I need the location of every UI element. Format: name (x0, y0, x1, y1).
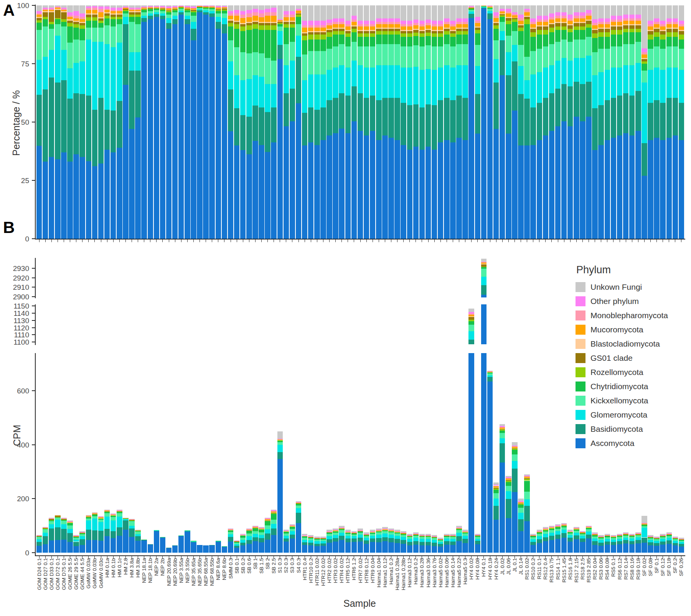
panel-a-bar-segment (493, 129, 499, 239)
panel-a-bar-segment (450, 68, 455, 101)
panel-a-x-tick (45, 239, 46, 242)
panel-a-bar-segment (500, 14, 505, 15)
panel-b-bar-segment (642, 528, 647, 537)
panel-b-bar-segment (456, 526, 462, 527)
panel-b-bar-segment (104, 511, 110, 512)
panel-a-bar-segment (209, 9, 214, 11)
panel-a-bar-segment (623, 25, 628, 29)
panel-a-bar-segment (660, 24, 665, 26)
panel-b-bar-segment (635, 540, 641, 543)
panel-b-bar-segment (191, 541, 196, 542)
panel-b-bar-segment (543, 537, 548, 542)
panel-a-bar-segment (673, 29, 678, 32)
panel-a-bar-segment (172, 10, 178, 12)
panel-a-bar-segment (481, 6, 487, 7)
sample-x-label: HY4 0.1 (481, 557, 487, 615)
panel-a-bar-segment (370, 31, 375, 33)
panel-b-bar-segment (320, 538, 326, 538)
panel-b-bar-segment (500, 429, 505, 429)
panel-a-bar-segment (370, 30, 375, 31)
panel-b-bar-segment (611, 537, 616, 538)
panel-a-bar-segment (358, 33, 363, 37)
panel-a-bar-segment (549, 17, 554, 20)
panel-a-bar-segment (333, 29, 338, 31)
panel-a-bar-segment (61, 152, 66, 239)
panel-b-bar-segment (135, 531, 140, 531)
panel-b-bar-segment (228, 532, 233, 534)
panel-a-bar-segment (549, 44, 554, 65)
panel-b-bar-segment (512, 449, 517, 450)
panel-b-bar-segment (679, 542, 684, 544)
panel-a-bar-segment (413, 5, 419, 20)
panel-b-bar-segment (49, 528, 54, 540)
panel-b-bar-segment (271, 513, 276, 513)
panel-b-bar-segment (314, 541, 320, 543)
panel-b-bar-segment (580, 542, 585, 553)
panel-a-bar-segment (327, 100, 332, 135)
panel-a-bar-segment (271, 142, 276, 239)
panel-a-bar-segment (635, 42, 641, 63)
panel-a-bar-segment (252, 24, 258, 29)
panel-b-bar-segment (370, 532, 375, 533)
sample-x-label-text: Haima1 0.12 (382, 558, 388, 588)
panel-a-bar-segment (401, 26, 406, 30)
panel-b-bar-segment (370, 531, 375, 532)
panel-a-bar-segment (598, 32, 604, 37)
panel-a-bar-segment (314, 74, 320, 110)
panel-a-bar-segment (123, 85, 128, 239)
panel-b-bar-segment (277, 431, 283, 439)
sample-x-label: GOM D75 0.1 (61, 557, 67, 615)
panel-a-bar-segment (407, 37, 412, 46)
panel-a-bar-segment (506, 18, 511, 20)
panel-a-bar-segment (228, 5, 233, 11)
panel-a-bar-segment (468, 6, 474, 7)
panel-a-bar-segment (394, 5, 400, 18)
panel-a-bar-segment (648, 21, 653, 24)
sample-x-label-text: Haima1 0.28a (394, 558, 400, 590)
panel-a-bar-segment (216, 9, 221, 9)
panel-a-bar-segment (110, 10, 116, 11)
sample-x-label-text: GOM D24 0.1 (36, 558, 42, 590)
panel-a-bar-segment (413, 23, 419, 25)
panel-a-bar-segment (234, 22, 239, 24)
panel-b-bar-segment (234, 546, 239, 548)
panel-a-x-tick (144, 239, 144, 242)
panel-b-bar-segment (67, 522, 73, 522)
panel-a-bar-segment (98, 17, 104, 18)
panel-a-bar-segment (555, 22, 561, 23)
panel-b-bar-segment (92, 519, 97, 530)
panel-a-bar-segment (493, 83, 499, 129)
panel-b-y-tick-label: 1130 (5, 317, 29, 324)
panel-b-bar-segment (623, 533, 628, 533)
panel-b-bar-segment (290, 525, 295, 526)
panel-b-bar-segment (382, 530, 388, 532)
legend-item: Unkown Fungi (576, 282, 687, 292)
panel-a-x-tick (150, 239, 150, 242)
panel-a-bar-segment (339, 129, 344, 239)
panel-b-bar-segment (358, 542, 363, 553)
panel-a-bar-segment (191, 11, 196, 12)
panel-a-bar-segment (401, 68, 406, 103)
panel-b-bar-segment (228, 530, 233, 530)
panel-b-bar-segment (376, 532, 381, 535)
panel-b-bar-segment (629, 544, 635, 553)
panel-a-bar-segment (394, 22, 400, 24)
panel-a-bar-segment (475, 30, 480, 33)
panel-b-bar-segment (401, 544, 406, 553)
panel-b-bar-segment (493, 506, 499, 520)
panel-a-bar-segment (506, 36, 511, 52)
panel-a-bar-segment (36, 95, 42, 146)
panel-a-bar-segment (271, 5, 276, 8)
panel-a-bar-segment (345, 46, 351, 68)
panel-a-bar-segment (450, 46, 455, 68)
panel-a-bar-segment (141, 7, 147, 8)
panel-b-bar-segment (462, 532, 468, 532)
panel-b-bar-segment (623, 535, 628, 536)
panel-a-bar-segment (104, 10, 110, 12)
panel-b-bar-segment (296, 501, 301, 502)
panel-a-bar-segment (135, 71, 140, 117)
panel-a-bar-segment (290, 121, 295, 239)
panel-b-bar-segment (438, 539, 443, 539)
panel-b-bar-segment (530, 535, 536, 535)
panel-a-bar-segment (401, 31, 406, 33)
